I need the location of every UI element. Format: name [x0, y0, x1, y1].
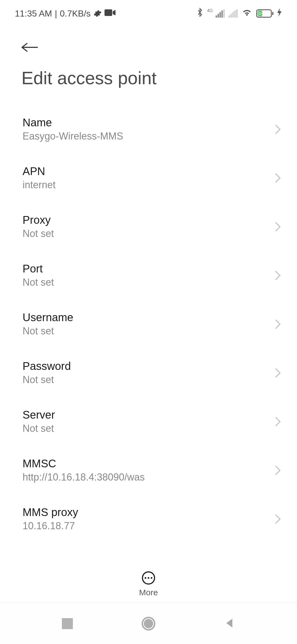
- system-nav-bar: [0, 603, 297, 644]
- setting-label: Server: [23, 409, 55, 421]
- setting-value: Easygo-Wireless-MMS: [23, 130, 123, 142]
- back-button[interactable]: [21, 41, 38, 54]
- setting-label: Password: [23, 360, 71, 372]
- setting-value: http://10.16.18.4:38090/was: [23, 471, 145, 483]
- status-bar: 11:35 AM | 0.7KB/s 4G: [0, 0, 297, 24]
- signal-bars-sim1-icon: [216, 9, 225, 18]
- battery-percent: 38: [258, 11, 262, 16]
- status-separator: |: [55, 9, 57, 19]
- setting-label: Port: [23, 263, 54, 275]
- setting-item-port[interactable]: Port Not set: [0, 251, 297, 300]
- gear-icon: [94, 9, 102, 18]
- setting-item-username[interactable]: Username Not set: [0, 300, 297, 348]
- setting-label: Proxy: [23, 214, 54, 226]
- wifi-icon: [241, 8, 252, 19]
- bluetooth-icon: [197, 7, 203, 20]
- setting-label: MMSC: [23, 457, 145, 470]
- setting-item-name[interactable]: Name Easygo-Wireless-MMS: [0, 105, 297, 154]
- setting-label: APN: [23, 165, 56, 178]
- network-type-label: 4G: [207, 8, 213, 13]
- setting-label: Username: [23, 311, 73, 324]
- nav-home-button[interactable]: [142, 617, 155, 631]
- chevron-right-icon: [274, 173, 281, 184]
- status-bar-left: 11:35 AM | 0.7KB/s: [15, 9, 116, 19]
- more-label: More: [139, 588, 158, 597]
- chevron-right-icon: [274, 465, 281, 476]
- camera-icon: [105, 9, 116, 19]
- status-time: 11:35 AM: [15, 9, 52, 19]
- chevron-right-icon: [274, 514, 281, 525]
- setting-value: internet: [23, 179, 56, 191]
- setting-value: Not set: [23, 277, 54, 288]
- nav-recent-button[interactable]: [62, 618, 73, 629]
- svg-rect-1: [105, 9, 112, 16]
- chevron-right-icon: [274, 270, 281, 281]
- setting-value: Not set: [23, 325, 73, 337]
- setting-label: Name: [23, 116, 123, 129]
- setting-item-proxy[interactable]: Proxy Not set: [0, 202, 297, 251]
- setting-label: MMS proxy: [23, 506, 78, 519]
- setting-item-apn[interactable]: APN internet: [0, 154, 297, 202]
- chevron-right-icon: [274, 319, 281, 330]
- chevron-right-icon: [274, 416, 281, 427]
- setting-item-mmsc[interactable]: MMSC http://10.16.18.4:38090/was: [0, 446, 297, 495]
- nav-back-button[interactable]: [224, 618, 235, 630]
- more-button[interactable]: More: [0, 569, 297, 597]
- setting-item-server[interactable]: Server Not set: [0, 397, 297, 446]
- setting-value: Not set: [23, 374, 71, 386]
- status-data-rate: 0.7KB/s: [60, 9, 91, 19]
- setting-value: Not set: [23, 423, 55, 434]
- settings-list: Name Easygo-Wireless-MMS APN internet Pr…: [0, 105, 297, 556]
- chevron-right-icon: [274, 221, 281, 232]
- chevron-right-icon: [274, 124, 281, 135]
- more-icon: [142, 571, 155, 585]
- setting-item-mms-proxy[interactable]: MMS proxy 10.16.18.77: [0, 495, 297, 543]
- signal-bars-sim2-icon: [229, 9, 238, 18]
- status-bar-right: 4G 38: [197, 7, 282, 20]
- setting-value: 10.16.18.77: [23, 520, 78, 532]
- setting-value: Not set: [23, 228, 54, 239]
- battery-indicator: 38: [256, 9, 273, 18]
- setting-item-password[interactable]: Password Not set: [0, 348, 297, 397]
- charging-icon: [277, 8, 282, 19]
- page-title: Edit access point: [21, 68, 297, 88]
- chevron-right-icon: [274, 367, 281, 378]
